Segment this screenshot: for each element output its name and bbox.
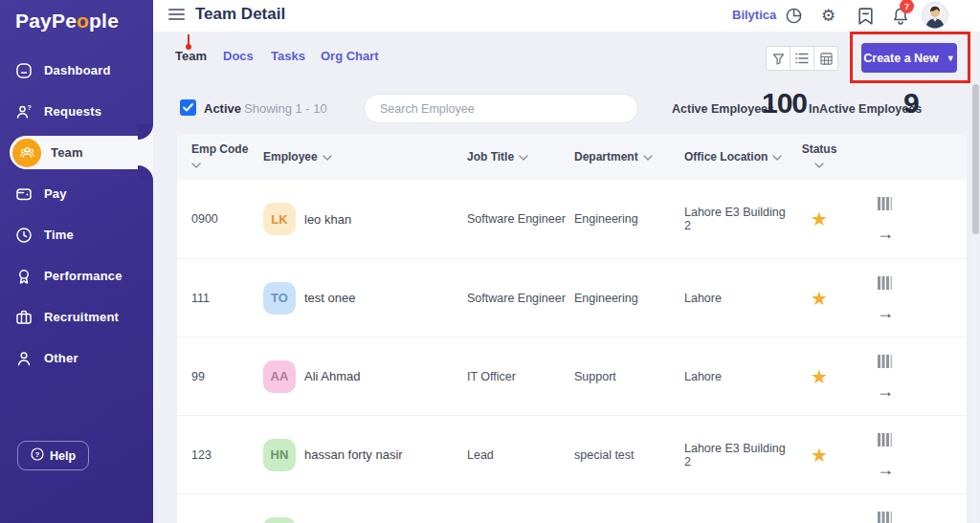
column-header-office-location[interactable]: Office Location xyxy=(684,150,791,163)
tab-tasks[interactable]: Tasks xyxy=(271,49,305,63)
table-row[interactable]: 123 HN hassan forty nasir Lead special t… xyxy=(177,415,967,493)
tab-org-chart[interactable]: Org Chart xyxy=(321,49,379,63)
settings-gear-icon[interactable]: ⚙ xyxy=(821,7,840,26)
filter-funnel-button[interactable] xyxy=(766,46,791,71)
barcode-icon[interactable] xyxy=(878,433,894,449)
barcode-icon[interactable] xyxy=(878,276,894,293)
employee-cell[interactable]: TO test onee xyxy=(249,282,467,315)
sort-chevron-icon xyxy=(772,150,782,163)
help-button[interactable]: ? Help xyxy=(17,441,89,470)
app-logo[interactable]: PayPeople xyxy=(15,10,119,33)
actions-cell: → xyxy=(847,197,952,241)
barcode-icon[interactable] xyxy=(878,197,894,213)
employee-cell[interactable]: AA Ali Ahmad xyxy=(249,360,467,393)
sidebar-nav: Dashboard ? Requests Team xyxy=(0,50,153,379)
office-location-cell: Lahore E3 Building 2 xyxy=(684,442,791,469)
user-avatar[interactable] xyxy=(922,2,948,29)
open-row-arrow-icon[interactable]: → xyxy=(877,383,894,399)
sidebar-item-time[interactable]: Time xyxy=(0,214,153,255)
search-employee-input[interactable] xyxy=(364,94,638,123)
open-row-arrow-icon[interactable]: → xyxy=(877,305,894,320)
inactive-employees-count: 9 xyxy=(903,87,919,120)
table-view-button[interactable] xyxy=(813,46,838,71)
favorite-star-icon[interactable]: ★ xyxy=(811,289,828,308)
sidebar-item-recruitment[interactable]: Recruitment xyxy=(0,296,153,338)
column-header-department[interactable]: Department xyxy=(574,150,684,163)
column-header-job-title[interactable]: Job Title xyxy=(467,150,574,163)
table-row[interactable]: 99 AA Ali Ahmad IT Officer Support Lahor… xyxy=(177,337,967,415)
list-view-button[interactable] xyxy=(790,46,814,71)
employee-name: leo khan xyxy=(304,212,351,227)
department-cell: Engineering xyxy=(574,212,684,226)
sidebar-item-requests[interactable]: ? Requests xyxy=(0,91,153,132)
open-row-arrow-icon[interactable]: → xyxy=(877,462,894,477)
sidebar-item-other[interactable]: Other xyxy=(0,338,153,379)
job-title-cell: Software Engineer xyxy=(467,292,574,305)
emp-code-cell: 0900 xyxy=(177,212,249,226)
sidebar-item-pay[interactable]: Pay xyxy=(0,173,153,214)
table-row[interactable]: ★ → xyxy=(177,493,967,523)
active-employees-label: Active Employees xyxy=(672,102,774,116)
column-header-employee[interactable]: Employee xyxy=(249,150,467,163)
column-header-status[interactable]: Status xyxy=(791,142,847,171)
column-label: Emp Code xyxy=(191,142,248,156)
tab-docs[interactable]: Docs xyxy=(223,49,254,63)
logo-text-post: ple xyxy=(89,10,119,32)
notification-count-badge: 7 xyxy=(900,0,914,13)
create-a-new-button[interactable]: Create a New ▼ xyxy=(861,43,957,73)
table-header-row: Emp Code Employee Job Title Department O… xyxy=(177,134,967,180)
active-checkbox[interactable] xyxy=(180,99,196,116)
favorite-star-icon[interactable]: ★ xyxy=(811,367,828,386)
table-row[interactable]: 111 TO test onee Software Engineer Engin… xyxy=(177,258,967,337)
sidebar-item-label: Team xyxy=(51,145,83,160)
help-icon: ? xyxy=(31,447,44,464)
barcode-icon[interactable] xyxy=(878,355,894,371)
column-header-emp-code[interactable]: Emp Code xyxy=(177,142,249,171)
pill-notch-top xyxy=(138,124,153,140)
tab-team[interactable]: Team xyxy=(175,49,207,63)
table-row[interactable]: 0900 LK leo khan Software Engineer Engin… xyxy=(177,180,967,258)
column-label: Office Location xyxy=(684,150,768,163)
sidebar-item-dashboard[interactable]: Dashboard xyxy=(0,50,153,91)
active-employees-count: 100 xyxy=(762,87,807,120)
employee-cell[interactable]: LK leo khan xyxy=(249,203,467,235)
logo-text-pre: PayPe xyxy=(15,10,77,32)
bookmark-icon[interactable] xyxy=(858,7,877,26)
scrollbar-thumb[interactable] xyxy=(972,84,979,234)
employee-cell[interactable] xyxy=(249,517,467,523)
status-cell: ★ xyxy=(791,289,847,308)
reports-pie-icon[interactable] xyxy=(785,7,804,26)
actions-cell: → xyxy=(847,276,952,320)
view-toolbar xyxy=(766,46,838,71)
open-row-arrow-icon[interactable]: → xyxy=(877,226,894,241)
employee-initials-avatar: HN xyxy=(263,439,296,471)
logo-o-glyph: o xyxy=(77,10,89,32)
svg-text:?: ? xyxy=(35,450,40,459)
emp-code-cell: 123 xyxy=(177,448,249,462)
favorite-star-icon[interactable]: ★ xyxy=(811,209,828,229)
scrollbar-track xyxy=(972,32,979,523)
favorite-star-icon[interactable]: ★ xyxy=(811,446,828,465)
job-title-cell: Lead xyxy=(467,448,574,462)
create-a-new-label: Create a New xyxy=(863,52,939,65)
menu-toggle-icon[interactable] xyxy=(168,9,185,23)
employee-initials-avatar: TO xyxy=(263,282,296,315)
sidebar-item-label: Recruitment xyxy=(44,310,119,324)
employee-name: hassan forty nasir xyxy=(304,447,403,462)
sidebar-item-label: Other xyxy=(44,351,78,365)
barcode-icon[interactable] xyxy=(878,512,894,523)
requests-icon: ? xyxy=(15,103,33,120)
sidebar-item-performance[interactable]: Performance xyxy=(0,255,153,296)
sidebar-item-team[interactable]: Team xyxy=(0,132,153,173)
company-name[interactable]: Bilytica xyxy=(732,8,776,22)
sidebar-active-pill: Team xyxy=(10,136,153,169)
job-title-cell: IT Officer xyxy=(467,370,574,383)
employee-cell[interactable]: HN hassan forty nasir xyxy=(249,439,467,471)
department-cell: special test xyxy=(574,448,684,462)
recruitment-icon xyxy=(15,309,33,326)
sort-chevron-icon xyxy=(191,158,201,171)
sidebar-item-label: Requests xyxy=(44,104,101,119)
office-location-cell: Lahore xyxy=(684,370,791,383)
status-cell: ★ xyxy=(791,367,847,386)
chevron-down-icon: ▼ xyxy=(947,54,955,63)
